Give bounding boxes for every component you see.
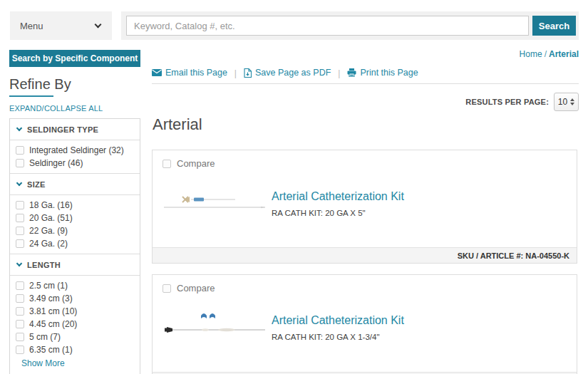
results-per-page-value: 10 [558,97,567,107]
filter-options-size: 18 Ga. (16) 20 Ga. (51) 22 Ga. (9) 24 Ga… [10,195,140,254]
filter-panel: SELDINGER TYPE Integrated Seldinger (32)… [9,118,140,374]
compare-toggle[interactable]: Compare [163,283,215,294]
refine-by-title: Refine By [9,76,71,93]
filter-option-label: 20 Ga. (51) [29,213,73,223]
breadcrumb: Home/Arterial [520,49,579,59]
product-card: Compare Arterial Catheterization Kit RA … [152,274,577,374]
print-page-label: Print this Page [360,68,418,78]
filter-option[interactable]: 6.35 cm (1) [16,343,133,356]
results-per-page-label: RESULTS PER PAGE: [465,98,549,106]
checkbox[interactable] [16,307,24,316]
page-actions-bar: Email this Page | Save Page as PDF | Pri… [152,68,579,84]
filter-option-label: 2.5 cm (1) [29,281,68,291]
filter-option[interactable]: 2.5 cm (1) [16,279,133,292]
filter-options-seldinger-type: Integrated Seldinger (32) Seldinger (46) [10,140,140,174]
breadcrumb-home-link[interactable]: Home [520,49,542,59]
show-more-link[interactable]: Show More [21,358,133,368]
filter-option-label: 6.35 cm (1) [29,345,73,355]
product-title-link[interactable]: Arterial Catheterization Kit [272,190,404,203]
product-subtitle: RA CATH KIT: 20 GA X 5" [272,209,366,217]
product-image [161,179,268,224]
refine-by-underline [9,95,53,97]
filter-option-label: 4.45 cm (20) [29,319,77,329]
filter-option-label: 5 cm (7) [29,332,61,342]
checkbox[interactable] [16,227,24,235]
email-page-link[interactable]: Email this Page [152,68,227,78]
checkbox[interactable] [16,214,24,222]
search-by-component-button[interactable]: Search by Specific Component [9,50,140,67]
filter-option[interactable]: 5 cm (7) [16,331,133,343]
product-subtitle: RA CATH KIT: 20 GA X 1-3/4" [272,333,380,341]
search-input[interactable] [126,16,529,36]
filter-option[interactable]: 18 Ga. (16) [16,199,133,212]
compare-toggle[interactable]: Compare [163,158,215,169]
filter-option[interactable]: 4.45 cm (20) [16,318,133,331]
search-button[interactable]: Search [532,16,576,36]
filter-title: SIZE [27,180,46,189]
product-image [161,303,268,349]
catalog-page: Menu Search Home/Arterial Search by Spec… [0,0,588,374]
filter-title: LENGTH [27,261,61,269]
compare-checkbox[interactable] [163,284,171,293]
filter-option-label: 18 Ga. (16) [29,200,73,210]
page-title: Arterial [153,115,202,134]
filter-title: SELDINGER TYPE [27,125,98,134]
filter-header-size[interactable]: SIZE [10,174,140,195]
checkbox[interactable] [16,320,24,328]
filter-option[interactable]: 24 Ga. (2) [16,237,133,250]
results-per-page-select[interactable]: 10 [554,93,579,111]
breadcrumb-separator: / [545,49,547,59]
filter-option-label: 24 Ga. (2) [29,239,68,249]
filter-options-length: 2.5 cm (1) 3.49 cm (3) 3.81 cm (10) 4.45… [10,276,140,372]
filter-header-seldinger-type[interactable]: SELDINGER TYPE [10,119,140,140]
filter-option-label: 3.81 cm (10) [29,306,77,316]
menu-dropdown[interactable]: Menu [10,11,112,40]
print-page-link[interactable]: Print this Page [347,68,418,78]
chevron-down-icon [16,261,22,266]
product-card: Compare Arterial Catheterization Kit RA … [152,150,577,264]
email-page-label: Email this Page [165,68,227,78]
search-bar: Search [121,11,579,40]
filter-option-label: 3.49 cm (3) [29,294,73,303]
menu-label: Menu [20,21,43,31]
compare-label: Compare [177,283,215,294]
checkbox[interactable] [16,201,24,209]
action-divider: | [338,68,340,78]
checkbox[interactable] [16,159,24,167]
expand-collapse-all-link[interactable]: EXPAND/COLLAPSE ALL [9,104,103,113]
filter-option-label: Seldinger (46) [29,158,83,168]
filter-header-length[interactable]: LENGTH [10,254,140,276]
results-per-page: RESULTS PER PAGE: 10 [465,93,579,111]
checkbox[interactable] [16,294,24,303]
printer-icon [347,68,356,77]
checkbox[interactable] [16,333,24,341]
chevron-down-icon [16,180,22,186]
filter-option[interactable]: 3.81 cm (10) [16,305,133,318]
sku-bar: SKU / ARTICLE #: NA-04550-K [153,247,577,263]
product-title-link[interactable]: Arterial Catheterization Kit [272,314,404,327]
compare-checkbox[interactable] [163,160,171,168]
pdf-document-icon [244,68,252,78]
action-divider: | [234,68,237,78]
filter-option[interactable]: 3.49 cm (3) [16,292,133,305]
filter-option-label: 22 Ga. (9) [29,226,68,236]
filter-option[interactable]: 22 Ga. (9) [16,224,133,237]
stepper-arrows-icon [570,98,574,105]
filter-option[interactable]: Seldinger (46) [16,157,133,170]
checkbox[interactable] [16,146,24,155]
filter-option-label: Integrated Seldinger (32) [29,145,124,155]
checkbox[interactable] [16,346,24,354]
checkbox[interactable] [16,239,24,248]
save-pdf-link[interactable]: Save Page as PDF [244,68,331,78]
checkbox[interactable] [16,281,24,290]
breadcrumb-current[interactable]: Arterial [549,49,579,59]
envelope-icon [152,69,162,76]
save-pdf-label: Save Page as PDF [255,68,331,78]
chevron-down-icon [95,21,102,28]
filter-option[interactable]: Integrated Seldinger (32) [16,144,133,157]
chevron-down-icon [16,125,22,131]
sku-text: SKU / ARTICLE #: NA-04550-K [458,251,569,260]
compare-label: Compare [177,158,215,169]
filter-option[interactable]: 20 Ga. (51) [16,212,133,224]
